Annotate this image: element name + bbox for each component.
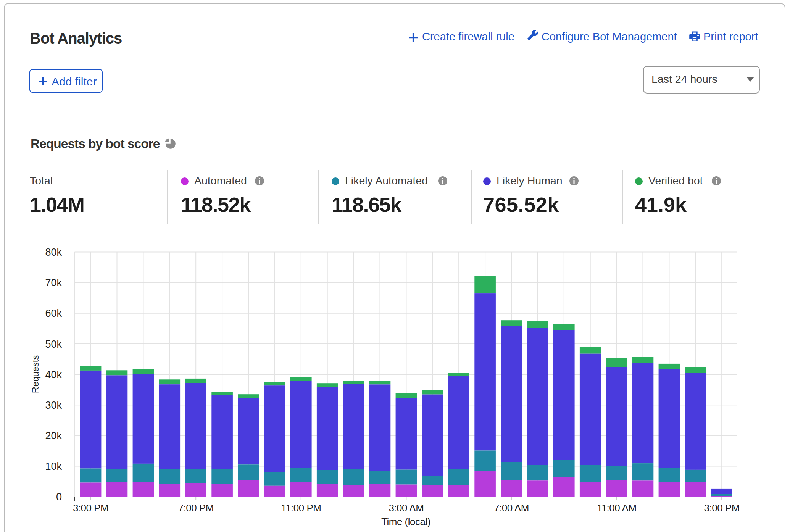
- svg-text:Time (local): Time (local): [381, 516, 430, 527]
- svg-text:11:00 AM: 11:00 AM: [597, 502, 637, 514]
- svg-text:80k: 80k: [45, 247, 62, 258]
- svg-text:10k: 10k: [45, 461, 62, 472]
- svg-text:3:00 AM: 3:00 AM: [389, 502, 424, 514]
- svg-text:3:00 PM: 3:00 PM: [73, 502, 108, 514]
- svg-text:0: 0: [56, 491, 62, 503]
- svg-text:50k: 50k: [45, 339, 62, 350]
- svg-text:3:00 PM: 3:00 PM: [704, 502, 740, 514]
- svg-text:70k: 70k: [45, 277, 62, 289]
- svg-text:60k: 60k: [45, 308, 62, 319]
- svg-text:30k: 30k: [45, 400, 62, 411]
- svg-text:7:00 AM: 7:00 AM: [494, 502, 529, 514]
- svg-text:40k: 40k: [45, 369, 62, 380]
- svg-text:7:00 PM: 7:00 PM: [178, 502, 214, 514]
- svg-text:11:00 PM: 11:00 PM: [281, 502, 321, 514]
- svg-text:20k: 20k: [45, 430, 62, 442]
- svg-text:Requests: Requests: [31, 355, 40, 393]
